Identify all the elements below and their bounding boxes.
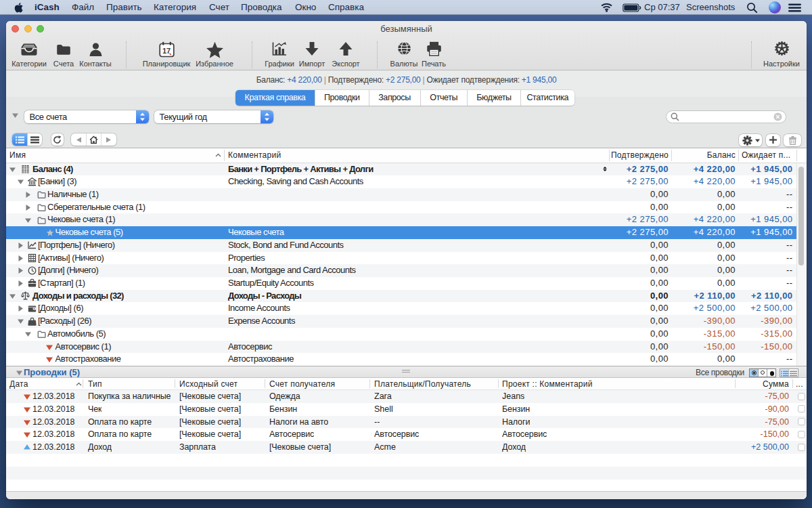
svg-text:17: 17	[162, 47, 171, 55]
